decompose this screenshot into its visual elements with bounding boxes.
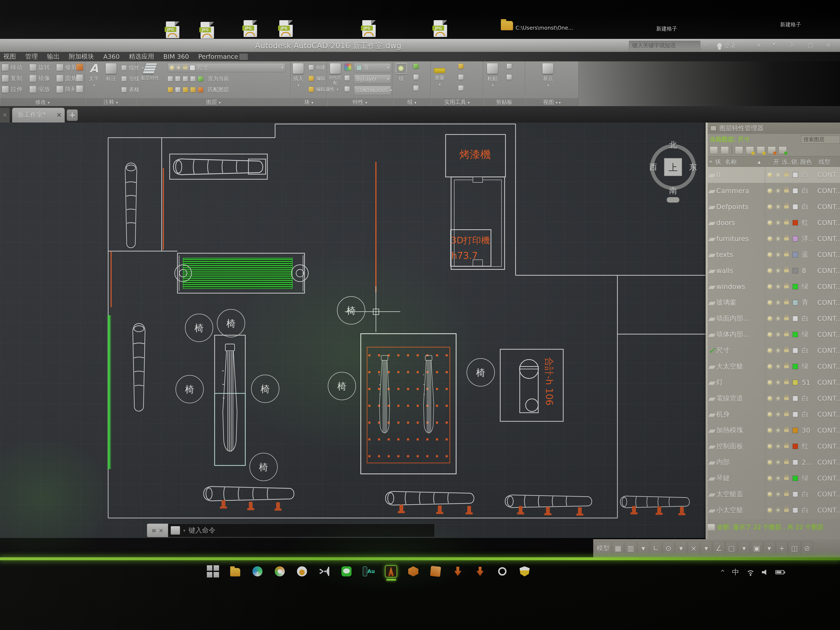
taskbar-app-icon[interactable]: [296, 565, 308, 578]
status-icon[interactable]: ▾: [675, 541, 687, 555]
layer-row[interactable]: ✓ 琴鍵 绿 CONT...: [708, 470, 840, 486]
color-wheel-button[interactable]: [344, 63, 352, 71]
customize-icon[interactable]: ≡: [152, 527, 156, 534]
compass-east[interactable]: 东: [689, 162, 697, 172]
layer-lock-icon[interactable]: [784, 477, 789, 480]
desktop-file-label[interactable]: 新建格子: [780, 21, 801, 28]
group-edit-button[interactable]: [413, 74, 419, 80]
layer-row[interactable]: ✓ texts 蓝 CONT...: [708, 247, 840, 263]
menu-tab[interactable]: BIM 360: [163, 53, 189, 60]
layer-lock-icon[interactable]: [784, 301, 789, 304]
layer-on-icon[interactable]: [768, 332, 772, 337]
layer-name[interactable]: 尺寸: [716, 346, 765, 355]
layer-color-swatch[interactable]: [793, 204, 798, 209]
quick-select-button[interactable]: [458, 74, 464, 80]
filter-invert-icon[interactable]: [708, 524, 715, 530]
layer-linetype[interactable]: CONT...: [817, 506, 840, 514]
layer-row[interactable]: ✓ windows 绿 CONT...: [708, 279, 840, 294]
layer-unisolate-icon[interactable]: [175, 87, 181, 92]
menu-tab[interactable]: 输出: [47, 52, 60, 61]
set-current-layer-icon[interactable]: [779, 146, 787, 154]
group-select-button[interactable]: [413, 85, 419, 91]
layer-on-icon[interactable]: [768, 189, 772, 193]
layer-row[interactable]: ✓ 大太空艙 绿 CONT...: [708, 358, 840, 375]
menu-tab[interactable]: 附加模块: [69, 52, 94, 61]
layer-row[interactable]: ✓ Cammera 白 CONT...: [708, 183, 840, 199]
drawing-canvas[interactable]: 烤漆機 3D打印機 h73.7 合計-h 106 椅椅椅椅椅椅椅椅 上 北: [0, 122, 706, 538]
layer-on-tool-icon[interactable]: [167, 87, 173, 92]
layer-name[interactable]: 墙体内部...: [716, 330, 765, 339]
menu-tab[interactable]: A360: [103, 53, 120, 60]
taskbar-app-icon[interactable]: [229, 565, 241, 578]
taskbar-app-icon[interactable]: [274, 565, 286, 578]
layer-on-icon[interactable]: [768, 428, 772, 432]
compass-west[interactable]: 西: [649, 162, 657, 172]
layer-on-icon[interactable]: [768, 508, 772, 512]
layer-linetype[interactable]: CONT...: [817, 490, 840, 498]
taskbar-app-icon[interactable]: [518, 565, 531, 578]
layer-freeze-icon[interactable]: [776, 236, 780, 241]
header-name[interactable]: 名称: [725, 158, 737, 166]
layer-lock-icon[interactable]: [784, 397, 789, 400]
base-point-button[interactable]: 基点▾: [542, 63, 554, 87]
window-controls[interactable]: – ▢ ×: [792, 41, 836, 48]
layer-row[interactable]: ✓ 玻璃窗 青 CONT...: [708, 294, 840, 310]
new-layer-vp-frozen-icon[interactable]: [757, 146, 765, 154]
layer-linetype[interactable]: CONT...: [817, 426, 840, 434]
layer-color-swatch[interactable]: [793, 316, 798, 321]
layer-color-swatch[interactable]: [793, 508, 798, 513]
layer-color-swatch[interactable]: [793, 188, 798, 193]
battery-icon[interactable]: [775, 570, 784, 574]
taskbar-app-icon[interactable]: [496, 565, 508, 578]
layer-freeze-icon[interactable]: [776, 300, 780, 305]
status-icon[interactable]: ▥: [625, 541, 636, 555]
block-create-button[interactable]: 创建: [308, 64, 325, 71]
layer-name[interactable]: 内部: [716, 458, 765, 467]
erase-button[interactable]: [76, 63, 83, 71]
status-icon[interactable]: ◫: [789, 541, 800, 555]
layer-on-icon[interactable]: [768, 460, 772, 464]
layer-color-swatch[interactable]: [793, 492, 798, 497]
layer-name[interactable]: 玻璃窗: [716, 298, 765, 307]
header-expand[interactable]: »: [709, 158, 712, 165]
layer-linetype[interactable]: CONT...: [817, 251, 840, 259]
lineweight-list-icon[interactable]: [344, 75, 350, 81]
layer-row[interactable]: ✓ 控制面板 红 CONT...: [708, 438, 840, 454]
layer-unlock-icon[interactable]: [190, 87, 196, 92]
layer-lock-icon[interactable]: [784, 189, 789, 193]
status-icon[interactable]: ×: [688, 541, 699, 555]
layer-on-icon[interactable]: [768, 221, 772, 225]
desktop-file-icon-jpg[interactable]: JPG: [243, 20, 257, 37]
desktop-file-icon-jpg[interactable]: JPG: [362, 20, 376, 37]
taskbar-app-icon[interactable]: [474, 565, 486, 578]
desktop-folder-icon[interactable]: [501, 21, 513, 30]
layer-row[interactable]: ✓ walls 8 CONT...: [708, 263, 840, 279]
layer-linetype[interactable]: CONT...: [817, 203, 840, 211]
layer-freeze-icon[interactable]: [776, 380, 780, 385]
status-icon[interactable]: ⊘: [801, 541, 813, 555]
layer-color-swatch[interactable]: [793, 348, 798, 353]
command-input[interactable]: ▾ 键入命令: [168, 524, 435, 537]
text-button[interactable]: A文字▾: [88, 63, 99, 87]
layer-name[interactable]: 加熱模塊: [716, 426, 765, 435]
header-on[interactable]: 开: [773, 158, 779, 166]
layer-name[interactable]: 大太空艙: [716, 362, 765, 371]
new-tab-button[interactable]: +: [67, 109, 78, 121]
panel-label-group[interactable]: 组 ▾: [393, 98, 431, 106]
lineweight-dropdown[interactable]: ByLayer▾: [354, 74, 391, 84]
close-icon[interactable]: ×: [159, 527, 163, 534]
layer-lock-icon[interactable]: [784, 493, 789, 496]
layer-states-icon[interactable]: [735, 146, 743, 154]
layer-row[interactable]: ✓ Defpoints 白 CONT...: [708, 199, 840, 215]
layer-freeze-icon[interactable]: [776, 444, 780, 449]
compass-wcs-pill[interactable]: [667, 197, 679, 203]
layer-linetype[interactable]: CONT...: [817, 442, 840, 450]
layer-lock-icon[interactable]: [784, 269, 789, 272]
compass-up-face[interactable]: 上: [668, 162, 678, 173]
layer-linetype[interactable]: CONT...: [817, 235, 840, 243]
layer-linetype[interactable]: CONT...: [817, 283, 840, 291]
status-icon[interactable]: ▾: [738, 541, 750, 555]
insert-button[interactable]: 插入▾: [292, 63, 304, 87]
layer-linetype[interactable]: CONT...: [817, 331, 840, 339]
layer-on-icon[interactable]: [768, 476, 772, 480]
